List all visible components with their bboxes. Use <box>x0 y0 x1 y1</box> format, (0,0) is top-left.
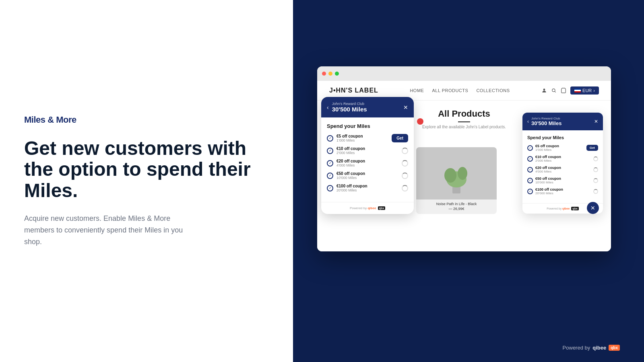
desktop-widget: ‹ John's Reward Club 30'500 Miles ✕ Spen… <box>522 113 603 214</box>
coupon-left-2: ✓ €10 off coupon 2'000 Miles <box>327 146 365 155</box>
widget-title-block: John's Reward Club 30'500 Miles <box>332 102 367 113</box>
coupon-miles-2: 2'000 Miles <box>336 151 365 155</box>
dw-spinner-2 <box>593 156 598 161</box>
dw-coupon-miles-5: 20'000 Miles <box>535 191 563 195</box>
get-button-1[interactable]: Get <box>392 134 408 142</box>
user-icon[interactable] <box>541 88 547 93</box>
coupon-name-2: €10 off coupon <box>336 146 365 151</box>
coupon-left-1: ✓ €5 off coupon 1'000 Miles <box>327 134 363 142</box>
dw-powered-label: Powered by <box>547 207 561 210</box>
coupon-check-4: ✓ <box>327 173 333 179</box>
dw-spinner-4 <box>593 178 598 183</box>
coupon-item-1: ✓ €5 off coupon 1'000 Miles Get <box>327 134 408 142</box>
dw-coupon-info-5: €100 off coupon 20'000 Miles <box>535 187 563 195</box>
coupon-name-4: €50 off coupon <box>336 171 365 176</box>
dw-coupon-miles-1: 1'000 Miles <box>535 148 559 152</box>
dw-coupon-name-5: €100 off coupon <box>535 187 563 191</box>
svg-point-12 <box>458 167 467 180</box>
headline: Get new customers with the option to spe… <box>24 138 269 202</box>
brand-logo: Miles & More <box>24 115 269 125</box>
dw-coupon-item-4: ✓ €50 off coupon 10'000 Miles <box>527 177 598 184</box>
nav-collections[interactable]: COLLECTIONS <box>476 88 510 93</box>
cart-icon[interactable] <box>561 88 566 93</box>
coupon-info-1: €5 off coupon 1'000 Miles <box>336 134 363 142</box>
dw-coupon-left-1: ✓ €5 off coupon 1'000 Miles <box>527 144 559 152</box>
nav-home[interactable]: HOME <box>410 88 424 93</box>
dw-spinner-5 <box>593 189 598 194</box>
dw-coupon-check-2: ✓ <box>527 156 533 162</box>
dw-coupon-name-3: €20 off coupon <box>535 166 561 170</box>
flag-icon <box>574 88 581 93</box>
coupon-item-5: ✓ €100 off coupon 20'000 Miles <box>327 184 408 192</box>
right-panel: J•HN'S LABEL HOME ALL PRODUCTS COLLECTIO… <box>293 0 644 362</box>
dw-coupon-miles-2: 2'000 Miles <box>535 159 561 162</box>
desktop-widget-close-circle[interactable]: ✕ <box>587 202 599 214</box>
dw-coupon-name-4: €50 off coupon <box>535 177 561 181</box>
mobile-widget-body: Spend your Miles ✓ €5 off coupon 1'000 M… <box>321 117 414 202</box>
dw-coupon-miles-3: 4'000 Miles <box>535 170 561 173</box>
footer-qibee-box: qbx <box>609 345 620 351</box>
coupon-check-3: ✓ <box>327 160 333 167</box>
dw-coupon-left-2: ✓ €10 off coupon 2'000 Miles <box>527 155 561 162</box>
coupon-left-3: ✓ €20 off coupon 4'000 Miles <box>327 159 365 167</box>
coupon-info-3: €20 off coupon 4'000 Miles <box>336 159 365 167</box>
search-icon[interactable] <box>551 88 557 93</box>
dot-yellow <box>328 72 332 76</box>
subtext: Acquire new customers. Enable Miles & Mo… <box>24 213 193 247</box>
dw-coupon-name-2: €10 off coupon <box>535 155 561 159</box>
svg-line-2 <box>555 91 556 93</box>
coupon-miles-4: 10'000 Miles <box>336 176 365 180</box>
widget-back-icon[interactable]: ‹ <box>327 104 329 111</box>
currency-label: EUR <box>582 88 592 93</box>
coupon-item-3: ✓ €20 off coupon 4'000 Miles <box>327 159 408 167</box>
widget-club-name: John's Reward Club <box>332 102 367 106</box>
product-name-2: Noise Path in Life - Black <box>416 200 497 207</box>
dw-coupon-left-4: ✓ €50 off coupon 10'000 Miles <box>527 177 561 184</box>
coupon-left-4: ✓ €50 off coupon 10'000 Miles <box>327 171 365 180</box>
dw-coupon-left-3: ✓ €20 off coupon 4'000 Miles <box>527 166 561 173</box>
notification-dot <box>417 118 423 125</box>
mobile-qibee-box: qbx <box>378 206 385 210</box>
dw-coupon-item-2: ✓ €10 off coupon 2'000 Miles <box>527 155 598 162</box>
product-card-2: Noise Path in Life - Black — 26,99€ <box>416 147 497 214</box>
browser-content: J•HN'S LABEL HOME ALL PRODUCTS COLLECTIO… <box>317 81 611 251</box>
browser-bar <box>317 66 611 81</box>
svg-point-1 <box>552 89 555 92</box>
shop-nav-links: HOME ALL PRODUCTS COLLECTIONS <box>410 88 510 93</box>
coupon-info-4: €50 off coupon 10'000 Miles <box>336 171 365 180</box>
mobile-spend-title: Spend your Miles <box>327 123 408 129</box>
dw-coupon-info-2: €10 off coupon 2'000 Miles <box>535 155 561 162</box>
footer-qibee-label: qibee <box>592 345 606 351</box>
coupon-info-5: €100 off coupon 20'000 Miles <box>336 184 367 192</box>
dw-close-icon[interactable]: ✕ <box>594 119 598 124</box>
mobile-widget-header: ‹ John's Reward Club 30'500 Miles ✕ <box>321 97 414 117</box>
dw-qibee-label: qibee <box>562 207 570 210</box>
dw-qibee-box: qbx <box>571 207 578 210</box>
widget-close-icon[interactable]: ✕ <box>403 104 408 111</box>
widget-miles: 30'500 Miles <box>332 106 367 113</box>
widget-header-left: ‹ John's Reward Club 30'500 Miles <box>327 102 367 113</box>
all-products-divider <box>458 121 470 122</box>
dw-coupon-check-4: ✓ <box>527 178 533 183</box>
dw-back-icon[interactable]: ‹ <box>527 119 529 124</box>
dw-coupon-item-3: ✓ €20 off coupon 4'000 Miles <box>527 166 598 173</box>
browser-large: J•HN'S LABEL HOME ALL PRODUCTS COLLECTIO… <box>317 66 611 251</box>
dw-coupon-check-5: ✓ <box>527 189 533 194</box>
dw-get-button-1[interactable]: Get <box>586 145 598 151</box>
shop-logo: J•HN'S LABEL <box>329 87 378 94</box>
coupon-left-5: ✓ €100 off coupon 20'000 Miles <box>327 184 367 192</box>
dw-coupon-info-1: €5 off coupon 1'000 Miles <box>535 144 559 152</box>
currency-button[interactable]: EUR › <box>570 86 599 95</box>
coupon-name-1: €5 off coupon <box>336 134 363 138</box>
spinner-4 <box>402 173 408 179</box>
spinner-5 <box>402 185 408 191</box>
dw-coupon-item-1: ✓ €5 off coupon 1'000 Miles Get <box>527 144 598 152</box>
coupon-name-3: €20 off coupon <box>336 159 365 163</box>
nav-all-products[interactable]: ALL PRODUCTS <box>432 88 468 93</box>
product-plant <box>440 149 473 197</box>
coupon-item-4: ✓ €50 off coupon 10'000 Miles <box>327 171 408 180</box>
coupon-miles-5: 20'000 Miles <box>336 188 367 192</box>
desktop-widget-body: Spend your Miles ✓ €5 off coupon 1'000 M… <box>522 130 603 203</box>
mobile-widget-footer: Powered by qibee qbx <box>321 202 414 214</box>
coupon-item-2: ✓ €10 off coupon 2'000 Miles <box>327 146 408 155</box>
